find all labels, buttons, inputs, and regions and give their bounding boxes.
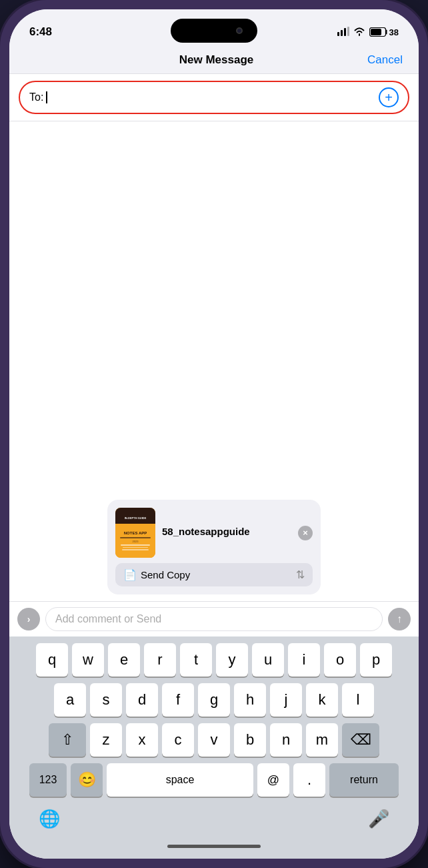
- key-v[interactable]: v: [198, 723, 230, 757]
- status-bar: 6:48: [9, 9, 419, 45]
- thumbnail-header: IN-DEPTH GUIDE: [115, 508, 155, 524]
- attachment-area: IN-DEPTH GUIDE NOTES APP 2023: [9, 500, 419, 601]
- status-icons: 38: [337, 27, 399, 38]
- key-b[interactable]: b: [234, 723, 266, 757]
- keyboard-row-3: ⇧ z x c v b n m ⌫: [12, 723, 416, 757]
- attachment-header: IN-DEPTH GUIDE NOTES APP 2023: [115, 508, 313, 558]
- attachment-thumbnail: IN-DEPTH GUIDE NOTES APP 2023: [115, 508, 155, 558]
- key-h[interactable]: h: [234, 683, 266, 717]
- keyboard-row-1: q w e r t y u i o p: [12, 643, 416, 677]
- key-y[interactable]: y: [216, 643, 248, 677]
- wifi-icon: [353, 27, 365, 38]
- delete-key[interactable]: ⌫: [342, 723, 379, 757]
- home-indicator: [12, 836, 416, 856]
- numbers-key[interactable]: 123: [29, 763, 67, 797]
- send-copy-row[interactable]: 📄 Send Copy ⇅: [115, 563, 313, 586]
- keyboard-row-2: a s d f g h j k l: [12, 683, 416, 717]
- attachment-close-button[interactable]: ×: [298, 526, 313, 540]
- svg-rect-2: [344, 28, 346, 36]
- key-j[interactable]: j: [270, 683, 302, 717]
- comment-input[interactable]: Add comment or Send: [45, 607, 383, 631]
- key-g[interactable]: g: [198, 683, 230, 717]
- key-k[interactable]: k: [306, 683, 338, 717]
- message-body[interactable]: [9, 121, 419, 500]
- svg-rect-3: [347, 27, 349, 36]
- attachment-card: IN-DEPTH GUIDE NOTES APP 2023: [107, 500, 321, 594]
- microphone-icon[interactable]: 🎤: [368, 809, 389, 829]
- chevron-updown-icon[interactable]: ⇅: [296, 568, 305, 581]
- key-q[interactable]: q: [36, 643, 68, 677]
- key-x[interactable]: x: [126, 723, 158, 757]
- battery-icon: 38: [369, 27, 399, 37]
- send-copy-label: Send Copy: [141, 569, 190, 580]
- key-r[interactable]: r: [144, 643, 176, 677]
- key-e[interactable]: e: [108, 643, 140, 677]
- to-input[interactable]: [46, 91, 379, 104]
- document-icon: 📄: [123, 568, 137, 581]
- key-d[interactable]: d: [126, 683, 158, 717]
- return-key[interactable]: return: [329, 763, 399, 797]
- add-recipient-button[interactable]: +: [379, 87, 399, 107]
- keyboard-row-4: 123 😊 space @ . return: [12, 763, 416, 797]
- signal-icon: [337, 27, 349, 38]
- home-bar: [167, 845, 261, 848]
- key-w[interactable]: w: [72, 643, 104, 677]
- key-z[interactable]: z: [90, 723, 122, 757]
- keyboard: q w e r t y u i o p a s d f g: [9, 636, 419, 859]
- key-f[interactable]: f: [162, 683, 194, 717]
- key-p[interactable]: p: [360, 643, 392, 677]
- input-bar: › Add comment or Send ↑: [9, 601, 419, 636]
- phone-frame: 6:48: [0, 0, 428, 868]
- attachment-filename: 58_notesappguide: [162, 526, 298, 537]
- shift-key[interactable]: ⇧: [49, 723, 86, 757]
- key-o[interactable]: o: [324, 643, 356, 677]
- to-label: To:: [29, 91, 43, 103]
- key-c[interactable]: c: [162, 723, 194, 757]
- svg-rect-0: [337, 32, 339, 36]
- dynamic-island: [171, 19, 257, 43]
- comment-placeholder: Add comment or Send: [55, 613, 161, 625]
- expand-button[interactable]: ›: [17, 608, 40, 630]
- globe-icon[interactable]: 🌐: [39, 809, 60, 829]
- thumbnail-image: IN-DEPTH GUIDE NOTES APP 2023: [115, 508, 155, 558]
- status-time: 6:48: [29, 25, 52, 39]
- svg-rect-1: [341, 30, 343, 36]
- send-arrow-icon: ↑: [397, 613, 402, 625]
- cancel-button[interactable]: Cancel: [367, 53, 403, 67]
- screen: 6:48: [9, 9, 419, 859]
- key-l[interactable]: l: [342, 683, 374, 717]
- key-t[interactable]: t: [180, 643, 212, 677]
- send-button[interactable]: ↑: [388, 608, 411, 630]
- at-key[interactable]: @: [257, 763, 289, 797]
- nav-title: New Message: [179, 53, 254, 67]
- key-a[interactable]: a: [54, 683, 86, 717]
- key-n[interactable]: n: [270, 723, 302, 757]
- main-content: New Message Cancel To: +: [9, 45, 419, 859]
- to-field-container: To: +: [9, 74, 419, 121]
- key-m[interactable]: m: [306, 723, 338, 757]
- period-key[interactable]: .: [293, 763, 325, 797]
- emoji-key[interactable]: 😊: [71, 763, 103, 797]
- bottom-bar: 🌐 🎤: [12, 803, 416, 836]
- nav-bar: New Message Cancel: [9, 45, 419, 74]
- chevron-right-icon: ›: [27, 614, 31, 624]
- svg-rect-5: [371, 29, 381, 35]
- to-field: To: +: [19, 81, 409, 114]
- send-copy-left: 📄 Send Copy: [123, 568, 190, 581]
- space-key[interactable]: space: [107, 763, 253, 797]
- key-u[interactable]: u: [252, 643, 284, 677]
- camera-dot: [236, 27, 243, 34]
- key-s[interactable]: s: [90, 683, 122, 717]
- key-i[interactable]: i: [288, 643, 320, 677]
